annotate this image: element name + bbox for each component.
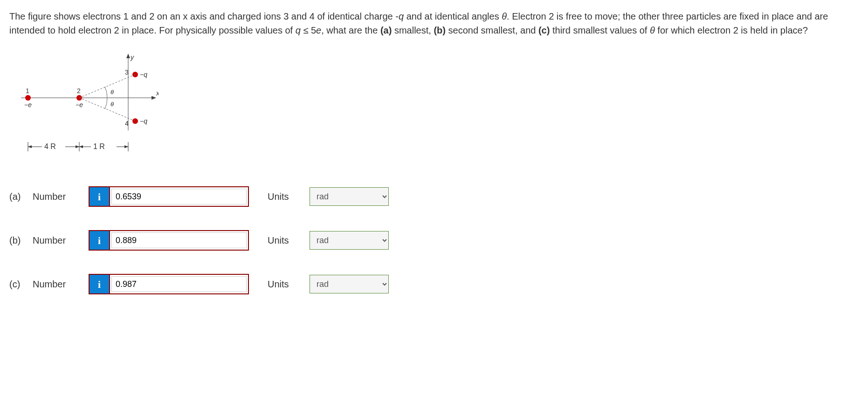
number-input-c[interactable] [111, 276, 247, 292]
number-input-wrapper-b [109, 230, 249, 251]
q-mid1: and at identical angles [404, 11, 502, 21]
units-label-b: Units [268, 233, 310, 247]
number-label-a: Number [33, 190, 89, 204]
a-text: smallest, [392, 25, 434, 35]
answer-row-b: (b) Number i Units rad [9, 230, 859, 251]
part-label-b: (b) [9, 233, 33, 247]
theta-lower: θ [110, 101, 114, 108]
x-axis-label: x [156, 89, 158, 97]
q-prefix: The figure shows electrons 1 and 2 on an… [9, 11, 399, 21]
dist-4r: 4 R [44, 143, 56, 150]
y-axis-label: y [130, 54, 134, 61]
neg-q2: −q [140, 117, 147, 125]
label-3: 3 [125, 68, 129, 76]
theta1: θ [502, 11, 507, 21]
part-b-bold: (b) [434, 25, 446, 35]
q-suffix: for which electron 2 is held in place? [655, 25, 808, 35]
answer-row-c: (c) Number i Units rad [9, 274, 859, 294]
svg-marker-3 [152, 96, 156, 100]
physics-figure: y x 1 −e 2 −e 3 −q 4 −q θ θ [19, 51, 158, 168]
svg-marker-15 [28, 145, 32, 148]
neg-q1: −q [140, 71, 147, 78]
units-select-a[interactable]: rad [310, 187, 389, 206]
number-input-wrapper-c [109, 274, 249, 294]
q-comma: , what are the [321, 25, 380, 35]
b-text: second smallest, and [446, 25, 538, 35]
number-label-b: Number [33, 233, 89, 247]
units-label-a: Units [268, 190, 310, 204]
info-icon-c[interactable]: i [89, 274, 109, 294]
q-var1: q [399, 11, 404, 21]
svg-marker-19 [79, 145, 83, 148]
question-text: The figure shows electrons 1 and 2 on an… [9, 9, 859, 37]
svg-marker-20 [124, 145, 128, 148]
number-input-wrapper-a [109, 186, 249, 207]
info-icon-a[interactable]: i [89, 186, 109, 207]
neg-e1: −e [24, 101, 32, 109]
units-select-c[interactable]: rad [310, 275, 389, 293]
neg-e2: −e [76, 101, 83, 109]
svg-marker-16 [76, 145, 79, 148]
part-a-bold: (a) [380, 25, 392, 35]
label-1: 1 [26, 87, 29, 95]
label-4: 4 [125, 120, 129, 127]
info-icon-b[interactable]: i [89, 230, 109, 251]
part-label-a: (a) [9, 190, 33, 204]
number-label-c: Number [33, 277, 89, 291]
part-c-bold: (c) [538, 25, 550, 35]
label-2: 2 [77, 87, 81, 95]
units-select-b[interactable]: rad [310, 231, 389, 250]
answer-row-a: (a) Number i Units rad [9, 186, 859, 207]
svg-marker-1 [126, 54, 130, 58]
theta2: θ [650, 25, 655, 35]
dist-1r: 1 R [93, 143, 105, 150]
e-var: e [316, 25, 321, 35]
theta-upper: θ [110, 88, 114, 95]
number-input-b[interactable] [111, 232, 247, 248]
svg-point-4 [25, 95, 31, 101]
part-label-c: (c) [9, 277, 33, 291]
units-label-c: Units [268, 277, 310, 291]
q-var2: q [296, 25, 301, 35]
q-le: ≤ 5 [301, 25, 316, 35]
c-text: third smallest values of [550, 25, 650, 35]
number-input-a[interactable] [111, 189, 247, 204]
